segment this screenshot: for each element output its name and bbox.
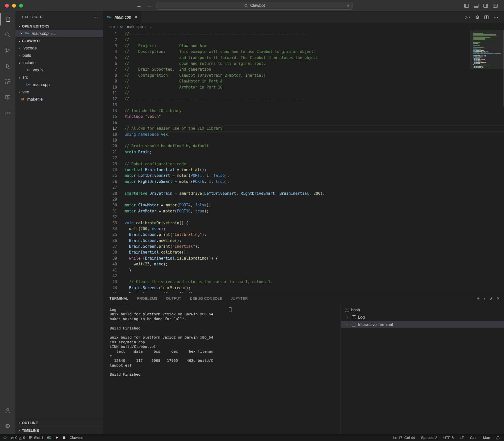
panel-tab-output[interactable]: OUTPUT <box>166 293 182 304</box>
code-line-33: void calibrateDrivetrain() { <box>125 220 504 226</box>
chevron-down-icon[interactable]: ∨ <box>347 4 349 7</box>
gear-icon[interactable]: ⚙ <box>475 14 480 20</box>
terminal-output[interactable]: Logunix build for platform vexiq2 on Dar… <box>103 304 222 434</box>
interactive-terminal[interactable] <box>222 304 341 434</box>
activity-settings[interactable]: ⚙ <box>0 418 15 434</box>
more-actions-icon[interactable]: ⋯ <box>493 14 498 20</box>
notifications-button[interactable] <box>496 436 500 440</box>
project-section-header[interactable]: ∨ CLAWBOT <box>15 37 103 44</box>
tab-main-cpp[interactable]: C++ main.cpp × <box>103 11 141 23</box>
split-editor-icon[interactable] <box>484 15 489 20</box>
terminal-tab-log[interactable]: ├Log <box>341 314 504 321</box>
activity-search[interactable] <box>0 27 15 43</box>
tree-item-src[interactable]: ∨src <box>15 74 103 81</box>
panel-tab-terminal[interactable]: TERMINAL <box>109 293 128 304</box>
tree-item-makefile[interactable]: Mmakefile <box>15 96 103 103</box>
gutter: 1234567891011121314151617181920212223242… <box>103 30 125 293</box>
slot-selector[interactable]: Slot 1 <box>29 436 43 440</box>
code-line-8: // Configuration: Clawbot (Drivetrain 2-… <box>125 73 504 78</box>
code-line-4: // Description: This example will show h… <box>125 49 504 55</box>
panel-tab-debug-console[interactable]: DEBUG CONSOLE <box>190 293 222 304</box>
close-panel-icon[interactable]: × <box>497 296 499 301</box>
activity-bar: v≡x ⚙ <box>0 11 15 434</box>
code-line-1: //--------------------------------------… <box>125 31 504 37</box>
indentation[interactable]: Spaces: 2 <box>421 436 437 440</box>
language-mode[interactable]: C++ <box>470 436 477 440</box>
minimap[interactable] <box>473 32 499 68</box>
code-line-31: motor ArmMotor = motor(PORT10, true); <box>125 208 504 214</box>
stop-icon <box>63 436 66 439</box>
tree-item-main-cpp[interactable]: C++main.cpp <box>15 81 103 88</box>
code-line-16 <box>125 120 504 126</box>
tree-item-vex[interactable]: ›vex <box>15 88 103 96</box>
breadcrumb-file[interactable]: main.cpp <box>127 24 143 29</box>
terminal-tab-interactive-terminal[interactable]: └Interactive Terminal <box>341 321 504 328</box>
code-line-44: Brain.Screen.clearScreen(); <box>125 285 504 291</box>
editor-actions: ∨ ⚙ ⋯ <box>458 11 504 23</box>
toggle-sidebar-right-icon[interactable] <box>483 3 488 8</box>
device-indicator[interactable] <box>47 436 51 439</box>
remote-indicator[interactable] <box>3 436 7 440</box>
code-line-12: //--------------------------------------… <box>125 96 504 102</box>
tree-item--vscode[interactable]: ›.vscode <box>15 44 103 52</box>
minimize-window-button[interactable] <box>12 4 16 8</box>
back-button[interactable]: ← <box>136 3 142 9</box>
run-button[interactable]: ∨ <box>464 15 471 19</box>
maximize-window-button[interactable] <box>19 4 23 8</box>
play-program-button[interactable] <box>55 436 59 439</box>
breadcrumb-symbol[interactable]: … <box>149 24 153 29</box>
breadcrumb[interactable]: src › C++ main.cpp › … <box>103 23 504 30</box>
panel-tab-problems[interactable]: PROBLEMS <box>137 293 158 304</box>
project-name[interactable]: Clawbot <box>70 436 83 440</box>
problems-indicator[interactable]: ⊘ 0 △ 0 <box>11 436 25 440</box>
activity-source-control[interactable] <box>0 43 15 58</box>
tree-item-vex-h[interactable]: Cvex.h <box>15 66 103 74</box>
tree-item-build[interactable]: ›build <box>15 52 103 59</box>
command-center-search[interactable]: Clawbot ∨ <box>157 2 352 10</box>
outline-section-header[interactable]: › OUTLINE <box>15 419 103 426</box>
panel-tabs: TERMINALPROBLEMSOUTPUTDEBUG CONSOLEJUPYT… <box>109 293 248 304</box>
activity-extensions[interactable] <box>0 74 15 90</box>
new-terminal-icon[interactable]: + <box>477 296 480 301</box>
toggle-sidebar-left-icon[interactable] <box>464 3 469 8</box>
timeline-section-header[interactable]: › TIMELINE <box>15 426 103 434</box>
activity-run-debug[interactable] <box>0 58 15 74</box>
more-actions-icon[interactable]: ⋯ <box>93 14 98 20</box>
toggle-panel-icon[interactable] <box>473 3 479 8</box>
platform-indicator[interactable]: Mac <box>483 436 490 440</box>
activity-explorer[interactable] <box>0 11 15 27</box>
open-editors-header[interactable]: ∨ OPEN EDITORS <box>15 22 103 30</box>
status-left: ⊘ 0 △ 0 Slot 1 Clawbot <box>0 436 83 440</box>
play-icon <box>55 436 59 439</box>
gear-icon: ⚙ <box>5 423 11 429</box>
tree-item-include[interactable]: ∨include <box>15 59 103 66</box>
code-line-32 <box>125 214 504 220</box>
panel-tab-jupyter[interactable]: JUPYTER <box>231 293 248 304</box>
cursor-position[interactable]: Ln 17, Col 44 <box>393 436 415 440</box>
code-line-24: inertial BrainInertial = inertial(); <box>125 167 504 173</box>
close-icon[interactable]: × <box>18 31 24 36</box>
close-tab-icon[interactable]: × <box>135 15 137 20</box>
error-icon: ⊘ <box>11 436 14 440</box>
forward-button[interactable]: → <box>147 3 152 9</box>
customize-layout-icon[interactable] <box>493 3 498 8</box>
chevron-right-icon: › <box>17 421 22 425</box>
code-line-39: while (BrainInertial.isCalibrating()) { <box>125 256 504 261</box>
explorer-icon <box>4 16 11 23</box>
editor-area: C++ main.cpp × ∨ ⚙ ⋯ <box>103 11 504 293</box>
encoding[interactable]: UTF-8 <box>443 436 454 440</box>
activity-accounts[interactable] <box>0 403 15 418</box>
terminal-tab-bash[interactable]: bash <box>341 306 504 314</box>
maximize-panel-icon[interactable]: ∧ <box>490 296 493 301</box>
open-editor-item-main-cpp[interactable]: × C++ main.cpp src <box>15 30 103 37</box>
close-window-button[interactable] <box>5 4 9 8</box>
activity-remote-explorer[interactable] <box>0 90 15 105</box>
activity-vex-extension[interactable]: v≡x <box>0 105 15 121</box>
editor-scrollbar[interactable] <box>503 30 504 106</box>
eol-sequence[interactable]: LF <box>460 436 464 440</box>
chevron-down-icon[interactable]: ∨ <box>484 297 486 300</box>
code-editor[interactable]: 1234567891011121314151617181920212223242… <box>103 30 504 293</box>
code-line-23: // Robot configuration code. <box>125 161 504 167</box>
breadcrumb-folder[interactable]: src <box>109 24 115 29</box>
stop-program-button[interactable] <box>63 436 66 439</box>
